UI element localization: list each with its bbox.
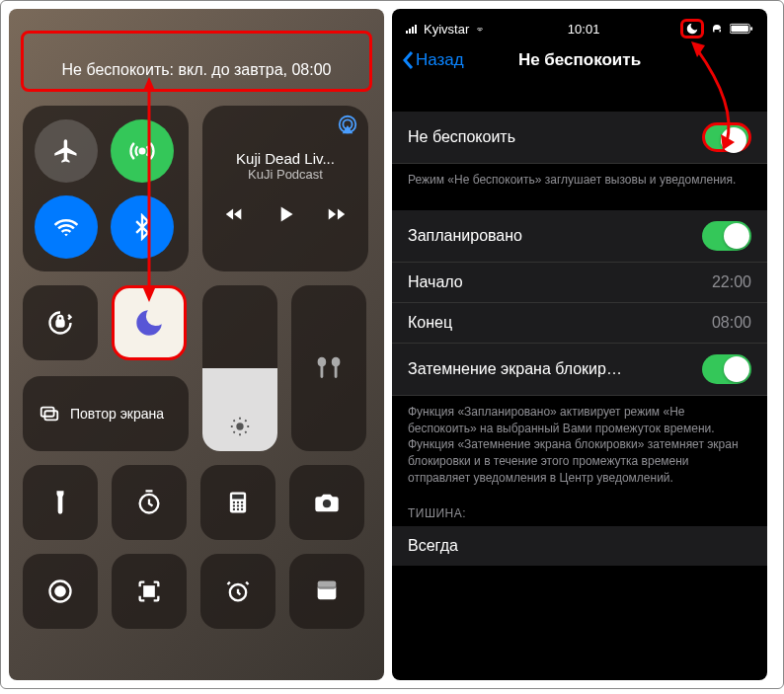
control-center-screenshot: Не беспокоить: вкл. до завтра, 08:00 <box>9 9 384 680</box>
back-button[interactable]: Назад <box>402 50 464 70</box>
forward-button[interactable] <box>326 203 348 225</box>
svg-rect-22 <box>144 586 148 590</box>
headphones-icon <box>709 23 725 35</box>
dnd-button[interactable] <box>112 285 187 360</box>
airpods-icon <box>312 351 346 385</box>
svg-point-0 <box>140 148 145 153</box>
timer-icon <box>135 489 163 516</box>
calculator-icon <box>224 489 252 516</box>
wifi-button[interactable] <box>35 195 98 259</box>
svg-point-14 <box>237 504 239 506</box>
svg-point-13 <box>233 504 235 506</box>
scheduled-footer: Функция «Запланировано» активирует режим… <box>392 396 767 491</box>
dnd-statusbar-indicator <box>680 19 704 39</box>
from-cell[interactable]: Начало 22:00 <box>392 263 767 303</box>
moon-icon <box>132 306 166 340</box>
qr-icon <box>135 578 163 605</box>
to-cell[interactable]: Конец 08:00 <box>392 303 767 344</box>
airplane-icon <box>52 137 80 165</box>
svg-rect-32 <box>412 27 414 34</box>
svg-rect-9 <box>232 495 244 500</box>
rewind-button[interactable] <box>223 203 245 225</box>
wifi-icon <box>52 213 80 241</box>
scheduled-toggle[interactable] <box>702 221 751 251</box>
screen-mirror-icon <box>39 403 60 424</box>
signal-icon <box>406 24 420 34</box>
svg-point-15 <box>241 504 243 506</box>
svg-rect-23 <box>150 586 154 590</box>
media-title: Kuji Dead Liv... <box>214 150 356 167</box>
clock: 10:01 <box>568 22 600 37</box>
alarm-button[interactable] <box>200 554 275 629</box>
carrier-label: Kyivstar <box>424 22 469 37</box>
page-title: Не беспокоить <box>518 50 641 70</box>
svg-point-18 <box>241 508 243 510</box>
lock-rotation-icon <box>46 309 74 337</box>
svg-point-10 <box>233 501 235 503</box>
calculator-button[interactable] <box>200 465 275 540</box>
status-bar: Kyivstar 10:01 <box>392 9 767 42</box>
svg-point-16 <box>233 508 235 510</box>
dnd-main-toggle[interactable] <box>702 122 751 152</box>
always-cell[interactable]: Всегда <box>392 526 767 566</box>
dim-toggle[interactable] <box>702 354 751 384</box>
cellular-button[interactable] <box>111 119 174 183</box>
svg-point-21 <box>55 586 64 595</box>
volume-slider[interactable] <box>291 285 366 451</box>
from-value: 22:00 <box>712 273 751 291</box>
svg-point-11 <box>237 501 239 503</box>
cellular-icon <box>128 137 156 165</box>
battery-icon <box>730 23 753 35</box>
svg-rect-33 <box>415 25 417 34</box>
play-button[interactable] <box>273 201 298 227</box>
flashlight-icon <box>46 489 74 516</box>
navigation-bar: Назад Не беспокоить <box>392 42 767 84</box>
screen-mirroring-button[interactable]: Повтор экрана <box>23 376 189 451</box>
scheduled-cell[interactable]: Запланировано <box>392 210 767 263</box>
svg-point-12 <box>241 501 243 503</box>
dim-cell[interactable]: Затемнение экрана блокир… <box>392 344 767 396</box>
airplane-mode-button[interactable] <box>35 119 98 183</box>
svg-rect-3 <box>57 321 64 327</box>
bluetooth-button[interactable] <box>111 195 174 259</box>
svg-rect-5 <box>41 408 54 417</box>
svg-rect-24 <box>144 592 148 596</box>
airplay-icon[interactable] <box>337 114 358 135</box>
settings-screenshot: Kyivstar 10:01 Назад Не беспокоить Не бе… <box>392 9 767 680</box>
svg-rect-30 <box>406 31 408 34</box>
alarm-icon <box>224 578 252 605</box>
svg-point-4 <box>236 423 243 429</box>
brightness-slider[interactable] <box>202 285 277 451</box>
dnd-main-cell[interactable]: Не беспокоить <box>392 112 767 164</box>
bluetooth-icon <box>128 213 156 241</box>
silence-header: ТИШИНА: <box>392 491 767 526</box>
svg-rect-6 <box>44 411 57 420</box>
connectivity-tile[interactable] <box>23 106 189 271</box>
timer-button[interactable] <box>112 465 187 540</box>
svg-rect-25 <box>150 592 154 596</box>
qr-scan-button[interactable] <box>112 554 187 629</box>
dnd-main-label: Не беспокоить <box>408 128 702 146</box>
orientation-lock-button[interactable] <box>23 285 98 360</box>
wallet-button[interactable] <box>289 554 364 629</box>
flashlight-button[interactable] <box>23 465 98 540</box>
svg-rect-31 <box>409 29 411 34</box>
svg-point-17 <box>237 508 239 510</box>
camera-button[interactable] <box>289 465 364 540</box>
screen-record-button[interactable] <box>23 554 98 629</box>
svg-rect-29 <box>318 581 337 587</box>
record-icon <box>46 578 74 605</box>
svg-rect-35 <box>731 26 748 32</box>
svg-rect-36 <box>750 27 752 31</box>
chevron-left-icon <box>402 50 414 70</box>
to-value: 08:00 <box>712 314 751 332</box>
svg-point-19 <box>323 500 331 507</box>
moon-status-icon <box>685 22 699 36</box>
brightness-icon <box>229 416 251 437</box>
dnd-main-footer: Режим «Не беспокоить» заглушает вызовы и… <box>392 164 767 193</box>
camera-icon <box>313 489 341 516</box>
media-tile[interactable]: Kuji Dead Liv... KuJi Podcast <box>202 106 368 271</box>
screen-mirror-label: Повтор экрана <box>70 406 164 423</box>
wallet-icon <box>313 578 341 605</box>
dnd-status-banner: Не беспокоить: вкл. до завтра, 08:00 <box>21 31 372 92</box>
